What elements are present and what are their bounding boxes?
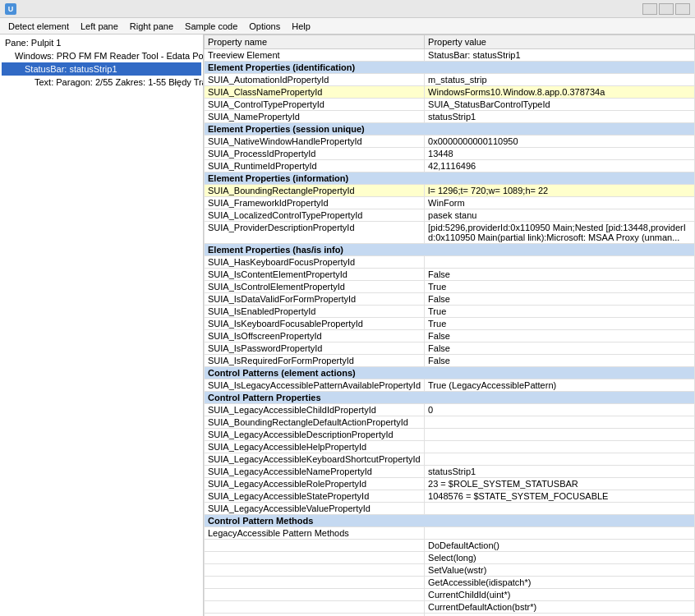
prop-value <box>425 503 695 515</box>
prop-name: SUIA_LegacyAccessibleDescriptionProperty… <box>205 429 425 441</box>
menu-item-right-pane[interactable]: Right pane <box>125 20 178 33</box>
prop-name: SUIA_BoundingRectanglePropertyId <box>205 185 425 197</box>
section-header: Control Patterns (element actions) <box>205 367 695 379</box>
title-controls <box>642 3 690 15</box>
prop-value <box>425 527 695 540</box>
method-value: DoDefaultAction() <box>425 540 695 552</box>
prop-name: SUIA_LegacyAccessibleStatePropertyId <box>205 490 425 503</box>
prop-name: SUIA_LegacyAccessibleNamePropertyId <box>205 466 425 478</box>
prop-name <box>205 552 425 564</box>
left-panel[interactable]: Pane: Pulpit 1Windows: PRO FM FM Reader … <box>0 34 204 616</box>
menu-item-options[interactable]: Options <box>244 20 285 33</box>
method-value: GetAccessible(idispatch*) <box>425 577 695 589</box>
prop-name: SUIA_HasKeyboardFocusPropertyId <box>205 256 425 269</box>
section-header: Element Properties (has/is info) <box>205 244 695 256</box>
prop-name: SUIA_NativeWindowHandlePropertyId <box>205 136 425 148</box>
prop-value: 13448 <box>425 148 695 160</box>
method-value: CurrentDefaultAction(bstr*) <box>425 601 695 614</box>
prop-value: pasek stanu <box>425 209 695 222</box>
prop-name: SUIA_LegacyAccessibleValuePropertyId <box>205 503 425 515</box>
prop-value <box>425 256 695 269</box>
title-bar-left: U <box>5 3 21 15</box>
maximize-button[interactable] <box>659 3 674 15</box>
prop-value: statusStrip1 <box>425 466 695 478</box>
method-value: SetValue(wstr) <box>425 564 695 577</box>
tree-item[interactable]: Windows: PRO FM FM Reader Tool - Edata P… <box>2 49 201 62</box>
col-header-name: Property name <box>205 35 425 49</box>
prop-name: SUIA_BoundingRectangleDefaultActionPrope… <box>205 416 425 429</box>
prop-name: Treeview Element <box>205 49 425 62</box>
menu-item-left-pane[interactable]: Left pane <box>76 20 123 33</box>
prop-value: 0x0000000000110950 <box>425 136 695 148</box>
section-header: Element Properties (information) <box>205 172 695 185</box>
prop-value: False <box>425 330 695 342</box>
prop-name: SUIA_NamePropertyId <box>205 111 425 123</box>
section-header: Control Pattern Properties <box>205 392 695 404</box>
prop-name: SUIA_IsLegacyAccessiblePatternAvailableP… <box>205 379 425 392</box>
prop-value: m_status_strip <box>425 74 695 86</box>
prop-name: SUIA_RuntimeIdPropertyId <box>205 160 425 172</box>
prop-value: True <box>425 281 695 293</box>
menu-item-help[interactable]: Help <box>287 20 315 33</box>
prop-value: True <box>425 318 695 330</box>
prop-name: SUIA_IsKeyboardFocusablePropertyId <box>205 318 425 330</box>
prop-value <box>425 429 695 441</box>
prop-value: True (LegacyAccessiblePattern) <box>425 379 695 392</box>
menu-item-sample-code[interactable]: Sample code <box>180 20 242 33</box>
right-panel[interactable]: Property name Property value Treeview El… <box>204 34 695 616</box>
prop-value: False <box>425 293 695 306</box>
method-value: Select(long) <box>425 552 695 564</box>
prop-value: True <box>425 306 695 318</box>
prop-name <box>205 577 425 589</box>
prop-name: SUIA_LegacyAccessibleKeyboardShortcutPro… <box>205 453 425 466</box>
prop-name: SUIA_ProviderDescriptionPropertyId <box>205 222 425 244</box>
prop-name: SUIA_ProcessIdPropertyId <box>205 148 425 160</box>
prop-value: WindowsForms10.Window.8.app.0.378734a <box>425 86 695 99</box>
tree-item[interactable]: Pane: Pulpit 1 <box>2 36 201 49</box>
prop-name: SUIA_IsControlElementPropertyId <box>205 281 425 293</box>
prop-name <box>205 589 425 601</box>
close-button[interactable] <box>675 3 690 15</box>
section-header: Element Properties (identification) <box>205 62 695 74</box>
minimize-button[interactable] <box>642 3 657 15</box>
prop-name <box>205 540 425 552</box>
prop-value: False <box>425 355 695 367</box>
properties-table: Property name Property value Treeview El… <box>204 34 695 616</box>
prop-name <box>205 601 425 614</box>
prop-name: SUIA_IsDataValidForFormPropertyId <box>205 293 425 306</box>
prop-value: 0 <box>425 404 695 416</box>
prop-name: SUIA_ControlTypePropertyId <box>205 99 425 111</box>
prop-value: False <box>425 269 695 281</box>
prop-value: StatusBar: statusStrip1 <box>425 49 695 62</box>
prop-value <box>425 416 695 429</box>
prop-value: l= 1296;t= 720;w= 1089;h= 22 <box>425 185 695 197</box>
menu-item-detect-element[interactable]: Detect element <box>3 20 74 33</box>
prop-value: statusStrip1 <box>425 111 695 123</box>
title-bar: U <box>0 0 695 18</box>
prop-value: [pid:5296,providerId:0x110950 Main;Neste… <box>425 222 695 244</box>
section-header: Control Pattern Methods <box>205 515 695 527</box>
tree-item[interactable]: Text: Paragon: 2/55 Zakres: 1-55 Błędy T… <box>2 76 201 89</box>
main-layout: Pane: Pulpit 1Windows: PRO FM FM Reader … <box>0 34 695 616</box>
prop-name: SUIA_IsContentElementPropertyId <box>205 269 425 281</box>
prop-value: WinForm <box>425 197 695 209</box>
prop-name: SUIA_IsRequiredForFormPropertyId <box>205 355 425 367</box>
prop-value: 1048576 = $STATE_SYSTEM_FOCUSABLE <box>425 490 695 503</box>
prop-value: SUIA_StatusBarControlTypeId <box>425 99 695 111</box>
prop-name: SUIA_LegacyAccessibleHelpPropertyId <box>205 441 425 453</box>
prop-name: SUIA_LegacyAccessibleRolePropertyId <box>205 478 425 490</box>
prop-name: SUIA_IsEnabledPropertyId <box>205 306 425 318</box>
menu-bar: Detect elementLeft paneRight paneSample … <box>0 18 695 34</box>
prop-name: SUIA_LocalizedControlTypePropertyId <box>205 209 425 222</box>
prop-value: False <box>425 342 695 355</box>
prop-name: SUIA_ClassNamePropertyId <box>205 86 425 99</box>
prop-name: LegacyAccessible Pattern Methods <box>205 527 425 540</box>
method-value: CurrentChildId(uint*) <box>425 589 695 601</box>
tree-item[interactable]: StatusBar: statusStrip1 <box>2 62 201 76</box>
prop-name: SUIA_FrameworkIdPropertyId <box>205 197 425 209</box>
section-header: Element Properties (session unique) <box>205 123 695 136</box>
prop-value <box>425 453 695 466</box>
prop-name <box>205 614 425 617</box>
app-icon: U <box>5 3 16 15</box>
prop-value: 23 = $ROLE_SYSTEM_STATUSBAR <box>425 478 695 490</box>
